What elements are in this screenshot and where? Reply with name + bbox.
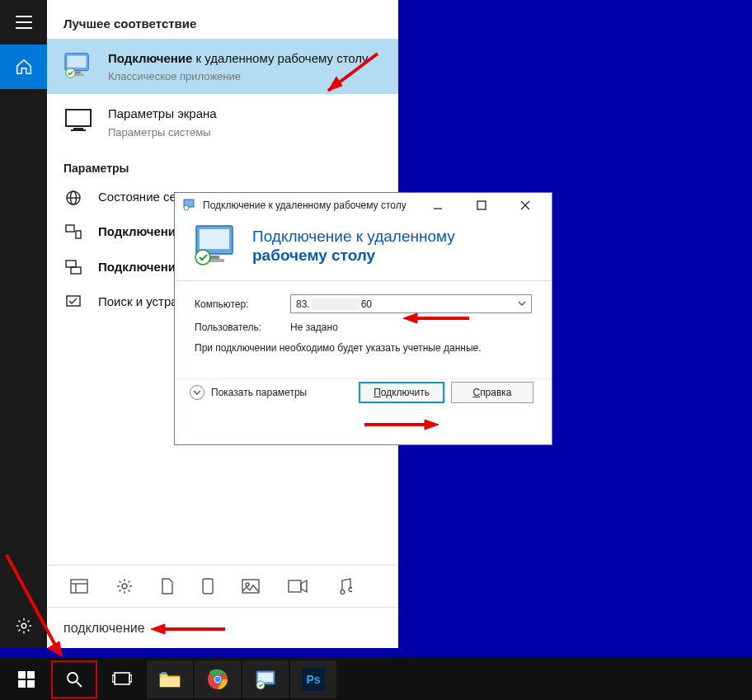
rdp-title: Подключение к удаленному рабочему столу <box>203 200 412 211</box>
svg-point-43 <box>68 673 78 683</box>
result-rdp-title: Подключение к удаленному рабочему столу <box>108 50 369 67</box>
start-sidebar <box>0 0 47 648</box>
result-rdp-sub: Классическое приложение <box>108 70 369 82</box>
svg-rect-24 <box>203 579 213 594</box>
show-params-toggle[interactable]: Показать параметры <box>190 385 307 400</box>
result-display-title: Параметры экрана <box>108 106 217 122</box>
svg-rect-47 <box>129 675 132 682</box>
connect-button[interactable]: Подключить <box>359 382 444 403</box>
result-display-settings[interactable]: Параметры экрана Параметры системы <box>47 94 398 149</box>
svg-line-44 <box>77 682 82 687</box>
svg-point-56 <box>256 681 265 689</box>
label-computer: Компьютер: <box>195 298 279 310</box>
chevron-down-icon[interactable] <box>518 298 526 310</box>
chrome-app[interactable] <box>195 660 241 698</box>
svg-rect-17 <box>66 261 76 267</box>
computer-combobox[interactable]: 83. 60 <box>290 294 532 313</box>
svg-rect-20 <box>71 580 87 593</box>
filter-photos-icon[interactable] <box>242 579 260 594</box>
connect-button-hotkey: П <box>374 387 381 398</box>
best-match-header: Лучшее соответствие <box>47 0 398 39</box>
svg-rect-41 <box>18 680 26 688</box>
rdp-large-icon <box>191 223 237 269</box>
filter-row <box>47 565 398 608</box>
taskbar: Ps <box>0 658 752 700</box>
svg-rect-10 <box>73 128 83 129</box>
svg-point-29 <box>184 205 189 210</box>
label-user: Пользователь: <box>195 322 279 333</box>
rdp-head-text: Подключение к удаленному рабочему столу <box>252 227 455 265</box>
filter-settings-icon[interactable] <box>116 578 133 594</box>
rdp-titlebar-icon <box>183 199 196 213</box>
svg-rect-39 <box>18 671 26 679</box>
close-button[interactable] <box>506 193 543 218</box>
svg-rect-48 <box>160 678 180 687</box>
svg-point-53 <box>215 676 221 682</box>
svg-point-3 <box>21 623 26 628</box>
settings-gear-button[interactable] <box>0 604 47 648</box>
svg-rect-16 <box>76 231 81 238</box>
svg-rect-31 <box>477 201 486 209</box>
svg-rect-11 <box>71 129 86 131</box>
svg-rect-55 <box>258 673 273 682</box>
svg-point-26 <box>246 583 249 586</box>
connect-icon <box>63 223 83 239</box>
help-button-hotkey: С <box>472 387 480 398</box>
svg-rect-46 <box>112 675 115 682</box>
troubleshoot-icon <box>63 293 83 309</box>
filter-documents-icon[interactable] <box>161 578 174 594</box>
rdp-dialog: Подключение к удаленному рабочему столу … <box>174 192 552 445</box>
start-button[interactable] <box>3 660 49 698</box>
rdp-taskbar-icon <box>254 668 277 691</box>
rdp-icon <box>63 50 93 80</box>
minimize-button[interactable] <box>419 193 456 218</box>
photoshop-app[interactable]: Ps <box>290 660 336 698</box>
svg-rect-18 <box>71 267 81 274</box>
svg-rect-42 <box>27 680 35 688</box>
svg-rect-36 <box>209 256 219 259</box>
filter-apps-icon[interactable] <box>70 579 88 594</box>
photoshop-icon: Ps <box>302 668 325 691</box>
globe-icon <box>63 188 83 206</box>
hamburger-button[interactable] <box>0 0 47 45</box>
result-rdp[interactable]: Подключение к удаленному рабочему столу … <box>47 39 398 94</box>
svg-point-38 <box>195 250 210 265</box>
svg-rect-19 <box>67 296 80 306</box>
filter-videos-icon[interactable] <box>288 580 308 593</box>
svg-rect-9 <box>66 110 91 126</box>
taskview-button[interactable] <box>99 660 145 698</box>
svg-rect-49 <box>162 672 167 674</box>
search-button[interactable] <box>51 660 97 698</box>
svg-rect-40 <box>27 671 35 679</box>
svg-rect-5 <box>68 56 87 68</box>
explorer-app[interactable] <box>147 660 193 698</box>
filter-folders-icon[interactable] <box>202 578 214 594</box>
svg-rect-27 <box>289 580 301 592</box>
chrome-icon <box>206 668 229 691</box>
svg-point-23 <box>122 584 127 589</box>
filter-music-icon[interactable] <box>336 578 352 594</box>
rdp-titlebar[interactable]: Подключение к удаленному рабочему столу <box>175 193 552 218</box>
maximize-button[interactable] <box>463 193 500 218</box>
help-button[interactable]: Справка <box>451 382 533 403</box>
monitor-icon <box>63 106 93 135</box>
svg-rect-25 <box>242 580 259 593</box>
search-input[interactable]: подключение <box>47 608 398 648</box>
cast-icon <box>63 258 83 275</box>
param-connect-label: Подключение <box>98 223 182 242</box>
folder-icon <box>158 668 181 691</box>
home-button[interactable] <box>0 45 47 89</box>
params-header: Параметры <box>47 150 398 180</box>
value-user: Не задано <box>290 322 338 333</box>
chevron-down-circle-icon <box>190 385 204 400</box>
svg-rect-35 <box>200 229 229 249</box>
svg-rect-45 <box>115 673 129 684</box>
rdp-app[interactable] <box>242 660 289 698</box>
rdp-info: При подключении необходимо будет указать… <box>195 341 532 355</box>
svg-rect-15 <box>66 225 74 232</box>
result-display-sub: Параметры системы <box>108 126 217 139</box>
